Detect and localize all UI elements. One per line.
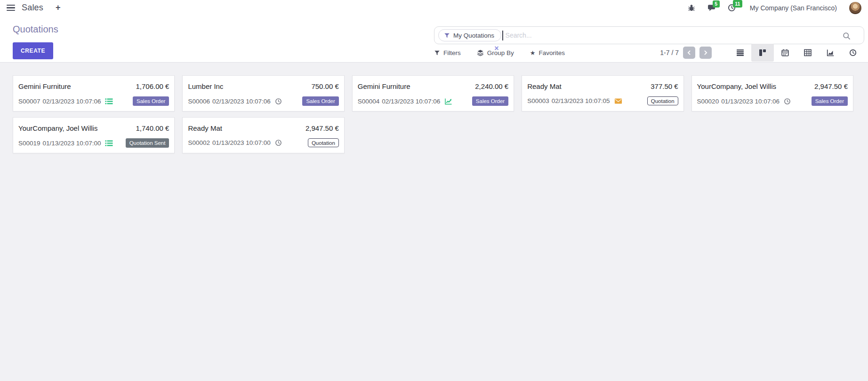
order-datetime: 02/13/2023 10:07:06 <box>43 98 101 105</box>
customer-name: YourCompany, Joel Willis <box>697 82 776 90</box>
filters-button[interactable]: Filters <box>434 49 461 56</box>
reference-line: S00019 01/13/2023 10:07:00 <box>18 140 113 147</box>
plus-icon[interactable] <box>56 3 61 13</box>
view-pivot-button[interactable] <box>796 44 819 62</box>
layers-icon <box>477 49 484 56</box>
view-activity-button[interactable] <box>842 44 864 62</box>
debug-bug-icon[interactable] <box>688 4 695 12</box>
status-badge: Quotation Sent <box>126 138 169 148</box>
star-icon <box>530 49 536 56</box>
reference-line: S00002 01/13/2023 10:07:00 <box>188 139 281 146</box>
filter-funnel-icon <box>434 50 440 56</box>
apps-menu-icon[interactable] <box>7 5 15 11</box>
order-datetime: 01/13/2023 10:07:06 <box>721 98 780 105</box>
reference-line: S00006 02/13/2023 10:07:06 <box>188 98 281 105</box>
favorites-label: Favorites <box>538 49 565 56</box>
status-badge: Sales Order <box>472 96 508 106</box>
pager-previous-button[interactable] <box>683 47 695 59</box>
user-avatar[interactable] <box>849 2 861 14</box>
pager-value[interactable]: 1-7 / 7 <box>660 49 679 56</box>
activity-clock-icon <box>849 49 857 56</box>
quotation-card[interactable]: Ready Mat 377.50 € S00003 02/13/2023 10:… <box>522 75 683 111</box>
activity-clock-icon[interactable] <box>275 98 282 105</box>
kanban-grid: Gemini Furniture 1,706.00 € S00007 02/13… <box>13 75 853 153</box>
order-reference: S00007 <box>18 98 40 105</box>
activity-envelope-icon[interactable] <box>614 98 622 104</box>
customer-name: Gemini Furniture <box>18 82 71 90</box>
quotation-card[interactable]: YourCompany, Joel Willis 2,947.50 € S000… <box>691 75 853 111</box>
pager: 1-7 / 7 <box>660 47 712 59</box>
order-datetime: 02/13/2023 10:07:06 <box>212 98 271 105</box>
view-switcher <box>729 44 864 62</box>
customer-name: Ready Mat <box>188 124 222 132</box>
amount: 2,947.50 € <box>814 82 848 90</box>
kanban-content: Gemini Furniture 1,706.00 € S00007 02/13… <box>0 63 868 153</box>
group-by-label: Group By <box>487 49 514 56</box>
pager-next-button[interactable] <box>699 47 712 59</box>
quotation-card[interactable]: Ready Mat 2,947.50 € S00002 01/13/2023 1… <box>182 117 344 153</box>
amount: 750.00 € <box>311 82 338 90</box>
order-reference: S00019 <box>18 140 40 147</box>
view-kanban-button[interactable] <box>751 44 774 62</box>
facet-my-quotations[interactable]: My Quotations <box>438 29 501 41</box>
quotation-card[interactable]: Lumber Inc 750.00 € S00006 02/13/2023 10… <box>182 75 344 111</box>
group-by-button[interactable]: Group By <box>477 49 514 56</box>
messages-icon[interactable]: 5 <box>707 4 715 12</box>
order-reference: S00006 <box>188 98 210 105</box>
view-calendar-button[interactable] <box>774 44 796 62</box>
create-button[interactable]: CREATE <box>13 42 53 59</box>
quotation-card[interactable]: Gemini Furniture 2,240.00 € S00004 02/13… <box>352 75 514 111</box>
amount: 1,740.00 € <box>136 124 169 132</box>
messages-count-badge: 5 <box>713 0 720 8</box>
chevron-right-icon <box>702 49 709 56</box>
view-list-button[interactable] <box>729 44 751 62</box>
order-datetime: 02/13/2023 10:07:06 <box>382 98 440 105</box>
status-badge: Sales Order <box>133 96 169 106</box>
amount: 1,706.00 € <box>136 82 169 90</box>
search-icon <box>843 32 851 40</box>
order-reference: S00002 <box>188 139 210 146</box>
amount: 2,947.50 € <box>305 124 339 132</box>
quotation-card[interactable]: YourCompany, Joel Willis 1,740.00 € S000… <box>13 117 175 153</box>
order-reference: S00004 <box>358 98 380 105</box>
activity-clock-icon[interactable] <box>784 98 791 105</box>
reference-line: S00020 01/13/2023 10:07:06 <box>697 98 791 105</box>
favorites-button[interactable]: Favorites <box>530 49 565 56</box>
amount: 2,240.00 € <box>475 82 508 90</box>
calendar-icon <box>781 49 789 56</box>
order-datetime: 01/13/2023 10:07:00 <box>212 139 271 146</box>
filter-funnel-icon <box>444 32 450 39</box>
status-badge: Quotation <box>647 96 678 105</box>
amount: 377.50 € <box>651 82 678 90</box>
order-datetime: 02/13/2023 10:07:05 <box>552 97 610 104</box>
top-navbar: Sales 5 11 My Company (San Francisco) <box>0 0 868 16</box>
chevron-left-icon <box>686 49 692 56</box>
pivot-icon <box>804 49 812 56</box>
activity-clock-icon[interactable] <box>275 139 282 146</box>
search-input[interactable] <box>503 28 864 42</box>
reference-line: S00004 02/13/2023 10:07:06 <box>358 98 452 105</box>
activity-line-chart-icon[interactable] <box>444 98 452 105</box>
customer-name: Lumber Inc <box>188 82 223 90</box>
status-badge: Sales Order <box>302 96 338 106</box>
status-badge: Quotation <box>308 138 339 147</box>
order-reference: S00003 <box>527 97 549 104</box>
kanban-icon <box>759 49 766 56</box>
reference-line: S00003 02/13/2023 10:07:05 <box>527 97 622 104</box>
view-graph-button[interactable] <box>819 44 842 62</box>
list-icon <box>736 49 744 56</box>
activity-tasks-list-icon[interactable] <box>105 98 113 105</box>
customer-name: Ready Mat <box>527 82 562 90</box>
customer-name: YourCompany, Joel Willis <box>18 124 97 132</box>
search-options-row: Filters Group By Favorites 1-7 / 7 <box>434 44 864 62</box>
quotation-card[interactable]: Gemini Furniture 1,706.00 € S00007 02/13… <box>13 75 175 111</box>
activity-tasks-list-icon[interactable] <box>105 140 113 147</box>
graph-icon <box>827 49 835 56</box>
activities-clock-icon[interactable]: 11 <box>728 4 736 12</box>
company-menu[interactable]: My Company (San Francisco) <box>750 4 837 12</box>
page-title: Quotations <box>13 24 58 35</box>
reference-line: S00007 02/13/2023 10:07:06 <box>18 98 113 105</box>
search-bar[interactable]: My Quotations <box>434 26 864 44</box>
app-name[interactable]: Sales <box>22 3 43 13</box>
facet-label: My Quotations <box>453 32 494 39</box>
